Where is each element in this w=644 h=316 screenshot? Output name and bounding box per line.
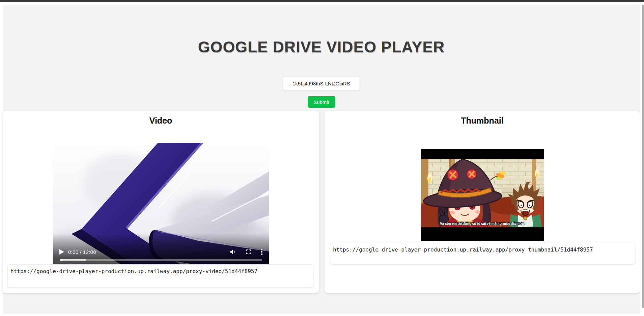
video-id-input[interactable] <box>283 77 360 90</box>
app-root: GOOGLE DRIVE VIDEO PLAYER Submit Video <box>0 0 644 316</box>
video-time-display: 0:00 / 12:00 <box>68 249 96 255</box>
volume-icon[interactable] <box>229 248 236 255</box>
more-options-icon[interactable] <box>261 248 263 255</box>
thumbnail-subtitle: Và còn em thì đừng có tỏ cái vẻ mặt tự m… <box>440 221 525 226</box>
thumbnail-image: Và còn em thì đừng có tỏ cái vẻ mặt tự m… <box>421 149 544 241</box>
thumbnail-url-textarea[interactable]: https://google-drive-player-production.u… <box>330 243 635 264</box>
page-background: GOOGLE DRIVE VIDEO PLAYER Submit Video <box>3 5 640 314</box>
submit-button[interactable]: Submit <box>308 96 335 108</box>
play-icon[interactable] <box>59 249 64 255</box>
video-playhead[interactable] <box>60 259 63 261</box>
video-panel-heading: Video <box>3 116 319 126</box>
video-control-bar: 0:00 / 12:00 <box>53 247 269 256</box>
video-url-textarea[interactable]: https://google-drive-player-production.u… <box>7 264 314 287</box>
video-buffered-bar <box>60 259 86 261</box>
window-top-bar <box>0 0 644 2</box>
fullscreen-icon[interactable] <box>246 249 252 255</box>
video-player[interactable]: 0:00 / 12:00 <box>53 143 269 264</box>
video-progress-bar[interactable] <box>60 259 262 261</box>
thumbnail-panel: Thumbnail <box>325 111 640 293</box>
video-panel: Video <box>3 111 319 293</box>
page-title: GOOGLE DRIVE VIDEO PLAYER <box>3 38 640 56</box>
scrollbar-thumb[interactable] <box>642 5 644 308</box>
thumbnail-panel-heading: Thumbnail <box>325 116 640 126</box>
thumbnail-art: Và còn em thì đừng có tỏ cái vẻ mặt tự m… <box>421 149 544 241</box>
scrollbar-track[interactable] <box>640 2 644 316</box>
